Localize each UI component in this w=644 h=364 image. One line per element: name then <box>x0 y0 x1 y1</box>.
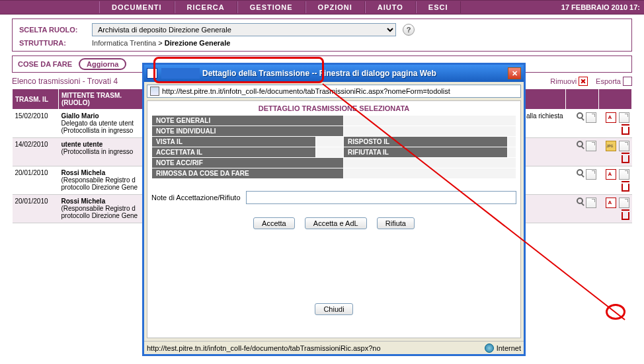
detail-icon[interactable] <box>577 141 583 147</box>
pdf-icon[interactable] <box>606 169 616 180</box>
lbl-vista-il: VISTA IL <box>152 137 316 147</box>
bc-sep: > <box>158 39 164 47</box>
rimuovi-label: Rimuovi <box>550 77 577 85</box>
accetta-button[interactable]: Accetta <box>253 217 295 229</box>
trash-icon[interactable] <box>622 184 629 192</box>
menu-aiuto[interactable]: AIUTO <box>365 1 416 13</box>
pdf-icon[interactable] <box>606 198 616 208</box>
help-icon[interactable]: ? <box>403 24 415 36</box>
menu-esci[interactable]: ESCI <box>416 1 461 13</box>
menu-ricerca[interactable]: RICERCA <box>175 1 237 13</box>
lbl-accettata-il: ACCETTATA IL <box>152 147 316 158</box>
note-input-label: Note di Accettazione/Rifiuto <box>151 194 241 201</box>
dialog-action-buttons: Accetta Accetta e AdL Rifiuta <box>151 217 516 229</box>
chiudi-button[interactable]: Chiudi <box>315 303 352 315</box>
lbl-note-individuali: NOTE INDIVIDUALI <box>152 126 344 137</box>
rimuovi-link[interactable]: Rimuovi <box>550 77 588 86</box>
scelta-ruolo-label: SCELTA RUOLO: <box>19 26 92 34</box>
col-trasm-il[interactable]: TRASM. IL <box>13 89 59 110</box>
breadcrumb: Informatica Trentina > Direzione General… <box>92 39 230 47</box>
col-actions <box>599 89 632 110</box>
dettaglio-trasmissione-dialog: Dettaglio della Trasmissione -- Finestra… <box>142 63 526 356</box>
lbl-rifiutata-il: RIFIUTATA IL <box>344 147 508 158</box>
dialog-section-title: DETTAGLIO TRASMISSIONE SELEZIONATA <box>151 104 516 112</box>
lbl-note-accrif: NOTE ACC/RIF <box>152 158 344 168</box>
detail-icon[interactable] <box>577 198 583 204</box>
remove-icon <box>579 77 588 86</box>
doc-icon[interactable] <box>586 141 596 151</box>
cell-mittente: Rossi Michela (Responsabile Registro d p… <box>59 195 145 223</box>
jpg-icon[interactable] <box>606 141 616 151</box>
role-panel: SCELTA RUOLO: Archivista di deposito Dir… <box>12 18 632 52</box>
doc-icon[interactable] <box>619 198 629 208</box>
dialog-close-row: Chiudi <box>147 303 520 315</box>
rifiuta-button[interactable]: Rifiuta <box>377 217 415 229</box>
cose-da-fare-label: COSE DA FARE <box>18 60 72 68</box>
esporta-link[interactable]: Esporta <box>596 77 632 86</box>
detail-icon[interactable] <box>577 169 583 176</box>
cell-mittente: utente utente (Protocollista in ingresso <box>59 138 145 166</box>
trash-icon[interactable] <box>622 127 629 135</box>
detail-table: NOTE GENERALI NOTE INDIVIDUALI VISTA IL … <box>151 115 516 179</box>
esporta-label: Esporta <box>596 77 621 85</box>
dialog-titlebar[interactable]: Dettaglio della Trasmissione -- Finestra… <box>144 65 524 82</box>
page-icon <box>150 87 159 96</box>
lbl-risposto-il: RISPOSTO IL <box>344 137 508 147</box>
doc-icon[interactable] <box>619 112 629 123</box>
dialog-address-bar[interactable]: http://test.pitre.tn.it/infotn_coll-fe/d… <box>147 85 521 98</box>
top-menu-bar: DOCUMENTI RICERCA GESTIONE OPZIONI AIUTO… <box>0 0 644 15</box>
top-menu-tabs: DOCUMENTI RICERCA GESTIONE OPZIONI AIUTO… <box>99 1 461 13</box>
dialog-focus-bar <box>161 68 200 79</box>
bc-item-2: Direzione Generale <box>165 39 231 47</box>
doc-icon[interactable] <box>619 141 629 151</box>
accetta-adl-button[interactable]: Accetta e AdL <box>305 217 367 229</box>
cell-date: 15/02/2010 <box>13 110 59 138</box>
lbl-rimossa: RIMOSSA DA COSE DA FARE <box>152 168 344 179</box>
status-url: http://test.pitre.tn.it/infotn_coll-fe/d… <box>147 344 482 352</box>
detail-icon[interactable] <box>577 112 583 119</box>
role-select[interactable]: Archivista di deposito Direzione General… <box>92 23 396 36</box>
list-title: Elenco trasmissioni - Trovati 4 <box>12 77 118 86</box>
menu-gestione[interactable]: GESTIONE <box>237 1 305 13</box>
trash-icon[interactable] <box>622 155 629 163</box>
cell-date: 20/01/2010 <box>13 166 59 195</box>
cell-mittente: Giallo Mario Delegato da utente utent (P… <box>59 110 145 138</box>
col-doc <box>566 89 599 110</box>
lbl-note-generali: NOTE GENERALI <box>152 116 344 126</box>
dialog-title: Dettaglio della Trasmissione -- Finestra… <box>202 69 508 78</box>
dialog-page-icon <box>147 68 157 79</box>
dialog-url: http://test.pitre.tn.it/infotn_coll-fe/d… <box>162 87 450 95</box>
cell-doc-icons <box>566 110 599 138</box>
doc-icon[interactable] <box>586 198 596 208</box>
doc-icon[interactable] <box>586 169 596 180</box>
current-date: 17 FEBBRAIO 2010 17: <box>561 3 640 11</box>
pdf-icon[interactable] <box>606 112 616 123</box>
doc-icon[interactable] <box>619 169 629 180</box>
close-icon[interactable]: ✕ <box>508 67 521 79</box>
status-zone: Internet <box>497 344 521 352</box>
bc-item-1[interactable]: Informatica Trentina <box>92 39 156 47</box>
internet-zone-icon <box>485 344 494 353</box>
col-mittente[interactable]: MITTENTE TRASM. (RUOLO) <box>59 89 145 110</box>
menu-opzioni[interactable]: OPZIONI <box>305 1 365 13</box>
struttura-label: STRUTTURA: <box>19 39 92 47</box>
dialog-statusbar: http://test.pitre.tn.it/infotn_coll-fe/d… <box>144 341 524 354</box>
menu-documenti[interactable]: DOCUMENTI <box>99 1 175 13</box>
cell-date: 20/01/2010 <box>13 195 59 223</box>
export-icon <box>623 77 632 86</box>
trash-icon[interactable] <box>622 212 629 220</box>
doc-icon[interactable] <box>586 112 596 123</box>
cell-mittente: Rossi Michela (Responsabile Registro d p… <box>59 166 145 195</box>
dialog-body: DETTAGLIO TRASMISSIONE SELEZIONATA NOTE … <box>147 100 521 338</box>
cell-date: 14/02/2010 <box>13 138 59 166</box>
cell-row-actions <box>599 110 632 138</box>
aggiorna-button[interactable]: Aggiorna <box>79 58 126 70</box>
